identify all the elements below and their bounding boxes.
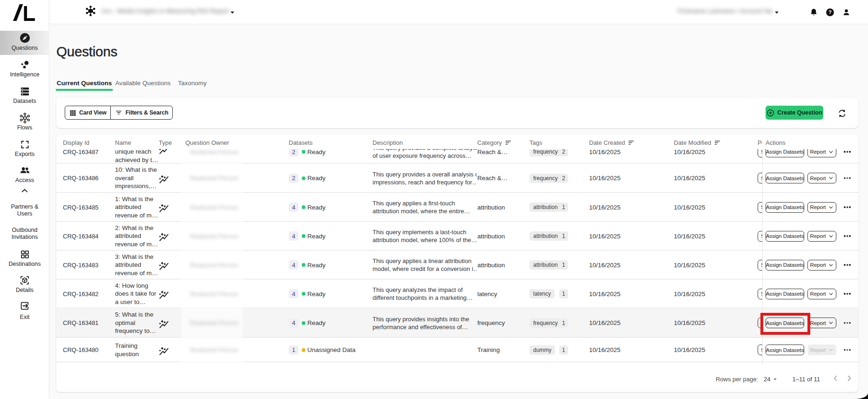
svg-text:?: ? (828, 9, 832, 15)
